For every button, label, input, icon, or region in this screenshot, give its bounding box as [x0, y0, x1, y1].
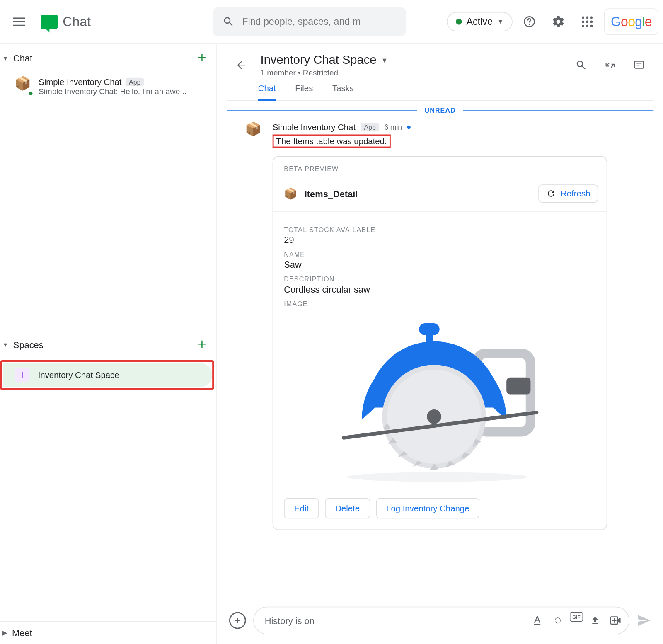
field-label-image: IMAGE [284, 300, 595, 307]
room-tabs: Chat Files Tasks [227, 83, 653, 101]
chat-item-simple-inventory[interactable]: 📦 Simple Inventory Chat App Simple Inven… [0, 73, 216, 101]
svg-point-6 [590, 20, 593, 23]
search-box[interactable] [213, 7, 406, 36]
message-author: Simple Inventory Chat [273, 122, 356, 132]
message-time: 6 min [384, 123, 402, 131]
tab-tasks[interactable]: Tasks [332, 83, 354, 100]
svg-point-4 [582, 20, 584, 23]
space-name: Inventory Chat Space [38, 370, 119, 380]
caret-right-icon: ▶ [2, 629, 7, 636]
svg-point-2 [586, 16, 588, 19]
apps-grid-icon[interactable] [575, 10, 599, 34]
sidebar-section-spaces[interactable]: ▼ Spaces + [0, 330, 216, 359]
svg-point-28 [346, 472, 527, 482]
svg-point-1 [582, 16, 584, 19]
room-subtitle: 1 member • Restricted [261, 68, 388, 77]
svg-rect-13 [419, 323, 439, 335]
unread-separator: UNREAD [227, 107, 653, 114]
unread-dot-icon [407, 126, 411, 129]
format-icon[interactable]: A [529, 612, 546, 629]
content-pane: Inventory Chat Space ▼ 1 member • Restri… [217, 44, 663, 644]
svg-rect-12 [506, 378, 530, 395]
app-badge: App [361, 123, 380, 131]
chat-logo-icon [41, 14, 58, 29]
composer[interactable]: History is on A ☺ GIF [253, 607, 629, 634]
new-space-button[interactable]: + [192, 336, 212, 353]
refresh-icon [546, 189, 556, 198]
circular-saw-illustration [325, 317, 554, 486]
back-button[interactable] [229, 53, 253, 77]
hamburger-menu-icon[interactable] [5, 7, 34, 36]
svg-point-9 [590, 24, 593, 27]
google-logo[interactable]: Google [604, 8, 658, 35]
field-value-desc: Cordless circular saw [284, 284, 595, 294]
field-label-desc: DESCRIPTION [284, 276, 595, 283]
edit-button[interactable]: Edit [284, 498, 319, 518]
search-in-space-icon[interactable] [569, 53, 593, 77]
status-selector[interactable]: Active ▼ [446, 12, 512, 31]
caret-down-icon: ▼ [2, 341, 8, 348]
message-text: The Items table was updated. [273, 134, 391, 148]
search-input[interactable] [242, 16, 396, 27]
log-change-button[interactable]: Log Inventory Change [376, 498, 479, 518]
package-icon: 📦 [15, 76, 31, 91]
sidebar-section-meet[interactable]: ▶ Meet [0, 622, 216, 644]
chat-item-preview: Simple Inventory Chat: Hello, I'm an awe… [39, 87, 207, 96]
video-meet-icon[interactable] [607, 612, 624, 629]
svg-rect-10 [634, 61, 644, 68]
app-card: BETA PREVIEW 📦 Items_Detail Refresh TOTA… [273, 156, 607, 530]
field-value-name: Saw [284, 259, 595, 270]
svg-point-7 [582, 24, 584, 27]
app-avatar: 📦 [15, 77, 31, 94]
highlight-annotation: I Inventory Chat Space [0, 360, 214, 390]
space-item-inventory[interactable]: I Inventory Chat Space [3, 363, 212, 387]
svg-point-8 [586, 24, 588, 27]
message: 📦 Simple Inventory Chat App 6 min The It… [227, 122, 653, 530]
sidebar-section-chat[interactable]: ▼ Chat + [0, 44, 216, 73]
status-label: Active [466, 16, 492, 27]
new-chat-button[interactable]: + [192, 49, 212, 66]
tab-files[interactable]: Files [295, 83, 313, 100]
room-menu-caret-icon[interactable]: ▼ [381, 56, 388, 63]
emoji-icon[interactable]: ☺ [549, 612, 566, 629]
card-beta-label: BETA PREVIEW [273, 157, 607, 178]
package-icon: 📦 [284, 188, 297, 199]
svg-point-3 [590, 16, 593, 19]
caret-down-icon: ▼ [2, 55, 8, 61]
chat-item-title: Simple Inventory Chat [39, 77, 121, 87]
sidebar: ▼ Chat + 📦 Simple Inventory Chat App Sim… [0, 44, 217, 644]
search-icon [223, 15, 235, 27]
composer-add-button[interactable]: + [229, 612, 246, 629]
delete-button[interactable]: Delete [325, 498, 370, 518]
card-title: Items_Detail [305, 189, 358, 199]
package-icon: 📦 [245, 121, 261, 136]
space-avatar: I [15, 368, 29, 383]
upload-icon[interactable] [587, 612, 604, 629]
topbar: Chat Active ▼ Google [0, 0, 663, 44]
send-button[interactable] [636, 613, 651, 628]
gear-icon[interactable] [546, 10, 570, 34]
collapse-icon[interactable] [598, 53, 622, 77]
help-icon[interactable] [517, 10, 541, 34]
field-label-stock: TOTAL STOCK AVAILABLE [284, 226, 595, 233]
field-label-name: NAME [284, 251, 595, 258]
room-title: Inventory Chat Space [261, 53, 377, 67]
refresh-button[interactable]: Refresh [538, 184, 598, 203]
presence-dot-icon [28, 90, 34, 97]
app-badge: App [125, 78, 144, 86]
svg-point-5 [586, 20, 588, 23]
thread-panel-icon[interactable] [627, 53, 651, 77]
card-image [273, 311, 607, 498]
svg-point-26 [426, 409, 441, 424]
app-name: Chat [63, 14, 91, 29]
tab-chat[interactable]: Chat [258, 83, 276, 101]
gif-icon[interactable]: GIF [570, 612, 583, 622]
status-dot-icon [455, 18, 462, 24]
composer-placeholder: History is on [265, 615, 526, 626]
field-value-stock: 29 [284, 235, 595, 245]
caret-down-icon: ▼ [497, 18, 503, 25]
chat-logo[interactable]: Chat [41, 14, 91, 29]
